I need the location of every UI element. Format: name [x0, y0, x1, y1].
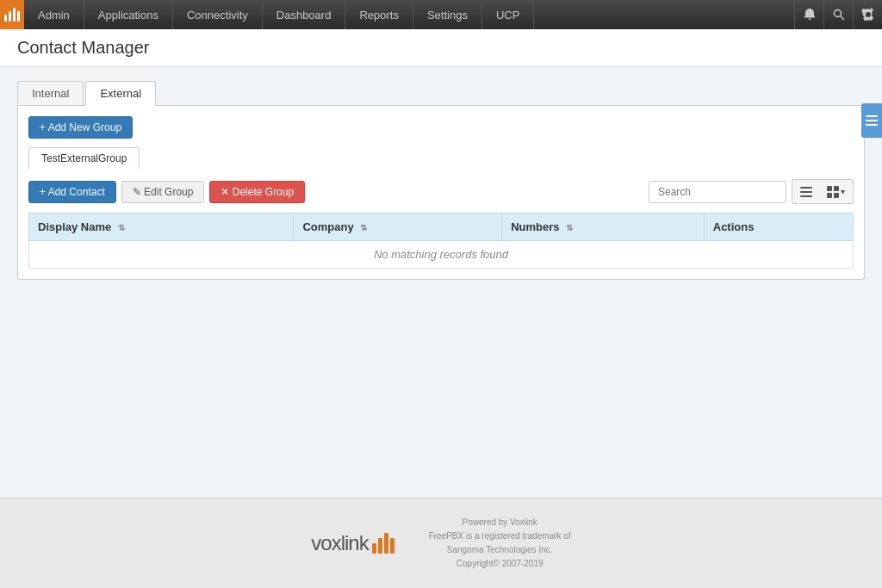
- sub-tabs: TestExternalGroup: [28, 147, 854, 169]
- nav-item-reports[interactable]: Reports: [345, 0, 413, 29]
- tab-external[interactable]: External: [85, 81, 156, 106]
- nav-item-connectivity[interactable]: Connectivity: [173, 0, 263, 29]
- col-numbers[interactable]: Numbers ⇅: [502, 214, 705, 241]
- svg-rect-7: [827, 193, 832, 198]
- footer: voxlink Powered by Voxlink FreePBX is a …: [0, 498, 882, 588]
- svg-rect-6: [834, 186, 839, 191]
- svg-rect-10: [866, 120, 878, 121]
- sidebar-toggle[interactable]: [861, 103, 882, 138]
- main-content: Internal External + Add New Group TestEx…: [0, 67, 882, 498]
- svg-line-1: [841, 16, 844, 20]
- copyright: Copyright© 2007-2019: [429, 557, 571, 571]
- logo: [0, 0, 24, 29]
- nav-item-applications[interactable]: Applications: [84, 0, 173, 29]
- svg-rect-4: [800, 195, 812, 197]
- list-view-button[interactable]: [792, 179, 819, 204]
- no-records-row: No matching records found: [29, 241, 854, 269]
- panel: + Add New Group TestExternalGroup + Add …: [17, 106, 865, 280]
- toolbar: + Add Contact ✎ Edit Group ✕ Delete Grou…: [28, 179, 854, 204]
- nav-item-settings[interactable]: Settings: [413, 0, 482, 29]
- toolbar-right: ▾: [649, 179, 854, 204]
- svg-rect-11: [866, 124, 878, 126]
- add-contact-button[interactable]: + Add Contact: [28, 181, 116, 203]
- grid-view-button[interactable]: ▾: [819, 179, 854, 204]
- settings-icon[interactable]: [853, 0, 882, 29]
- footer-text: Powered by Voxlink FreePBX is a register…: [429, 516, 571, 571]
- footer-bar-3: [384, 533, 388, 554]
- col-actions: Actions: [704, 214, 853, 241]
- logo-bar-4: [17, 11, 20, 22]
- sort-icon-display-name: ⇅: [118, 223, 125, 232]
- group-tab[interactable]: TestExternalGroup: [28, 147, 140, 169]
- logo-bar-3: [13, 8, 16, 22]
- svg-point-0: [834, 10, 841, 17]
- edit-group-button[interactable]: ✎ Edit Group: [121, 181, 205, 203]
- page-title: Contact Manager: [17, 38, 865, 58]
- sort-icon-numbers: ⇅: [566, 223, 573, 232]
- view-toggle: ▾: [792, 179, 854, 204]
- svg-rect-3: [800, 191, 812, 193]
- top-navigation: Admin Applications Connectivity Dashboar…: [0, 0, 882, 29]
- svg-rect-9: [866, 115, 878, 117]
- logo-bar-1: [4, 15, 7, 22]
- footer-logo-bars: [372, 533, 394, 554]
- footer-bar-2: [378, 538, 382, 554]
- nav-right: [794, 0, 882, 29]
- nav-items: Admin Applications Connectivity Dashboar…: [24, 0, 794, 29]
- add-new-group-button[interactable]: + Add New Group: [28, 116, 133, 139]
- col-company[interactable]: Company ⇅: [294, 214, 502, 241]
- col-display-name[interactable]: Display Name ⇅: [29, 214, 294, 241]
- nav-item-admin[interactable]: Admin: [24, 0, 84, 29]
- logo-bar-2: [9, 11, 11, 22]
- no-records-message: No matching records found: [29, 241, 854, 269]
- search-icon[interactable]: [823, 0, 853, 29]
- footer-logo: voxlink: [311, 531, 394, 555]
- trademark: FreePBX is a registered trademark of: [429, 529, 571, 543]
- data-table: Display Name ⇅ Company ⇅ Numbers ⇅ Actio…: [28, 213, 854, 269]
- footer-bar-1: [372, 543, 376, 554]
- svg-rect-8: [834, 193, 839, 198]
- tab-internal[interactable]: Internal: [17, 81, 84, 105]
- powered-by: Powered by Voxlink: [429, 516, 571, 529]
- sort-icon-company: ⇅: [360, 223, 367, 232]
- svg-rect-2: [800, 187, 812, 189]
- page-header: Contact Manager: [0, 29, 882, 67]
- footer-logo-text: voxlink: [311, 531, 368, 555]
- company: Sangoma Technologies Inc.: [429, 543, 571, 557]
- nav-item-ucp[interactable]: UCP: [482, 0, 534, 29]
- footer-bar-4: [390, 538, 394, 554]
- tabs: Internal External: [17, 81, 865, 106]
- nav-item-dashboard[interactable]: Dashboard: [263, 0, 346, 29]
- delete-group-button[interactable]: ✕ Delete Group: [209, 181, 305, 203]
- logo-bars: [4, 8, 20, 22]
- notifications-icon[interactable]: [794, 0, 823, 29]
- search-input[interactable]: [649, 181, 786, 203]
- svg-rect-5: [827, 186, 832, 191]
